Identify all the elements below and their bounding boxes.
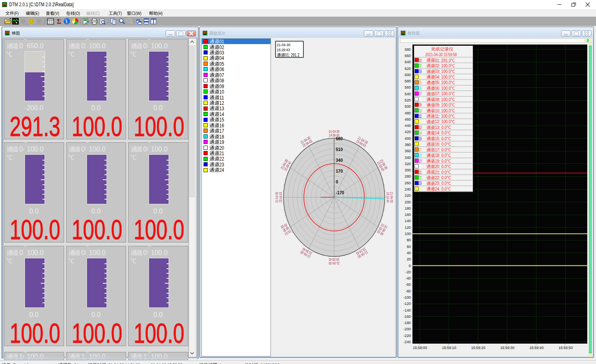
svg-text:09: 09 [419, 103, 422, 107]
svg-text:14: 14 [419, 131, 422, 135]
svg-text:500: 500 [405, 104, 411, 109]
svg-text:220: 220 [405, 193, 411, 198]
svg-text:0: 0 [409, 264, 411, 268]
svg-text:01: 01 [419, 58, 422, 63]
svg-text:15:59:30: 15:59:30 [500, 346, 514, 350]
svg-text:140: 140 [405, 219, 411, 223]
svg-text:620: 620 [405, 67, 411, 71]
svg-text:2021-04-30 15:59:58: 2021-04-30 15:59:58 [425, 52, 457, 57]
svg-text:-180: -180 [403, 321, 411, 325]
svg-text:120: 120 [405, 225, 411, 230]
svg-text:20: 0.0: 20: 0.0 [435, 164, 447, 169]
svg-text:15:59:40: 15:59:40 [529, 346, 544, 350]
svg-text:80: 80 [407, 238, 411, 242]
svg-text:300: 300 [405, 168, 411, 172]
svg-text:22: 22 [419, 176, 422, 180]
svg-text:360: 360 [405, 149, 411, 153]
svg-text:480: 480 [405, 111, 411, 115]
svg-text:21: 0.0: 21: 0.0 [435, 170, 447, 175]
svg-text:03: 03 [419, 69, 422, 74]
svg-text:600: 600 [405, 73, 411, 77]
svg-text:-120: -120 [403, 302, 411, 306]
svg-text:23: 0.0: 23: 0.0 [435, 181, 447, 186]
svg-text:17: 0.0: 17: 0.0 [435, 148, 447, 152]
svg-text:280: 280 [405, 174, 411, 178]
svg-text:15:59:50: 15:59:50 [559, 346, 573, 350]
svg-text:04: 04 [419, 75, 422, 79]
svg-text:-220: -220 [403, 334, 411, 338]
svg-text:440: 440 [405, 124, 411, 128]
svg-text:-40: -40 [405, 276, 411, 280]
svg-text:15:59:00: 15:59:00 [413, 346, 427, 350]
svg-text:06: 06 [419, 86, 422, 91]
svg-text:15: 15 [419, 136, 422, 141]
svg-text:-200: -200 [403, 327, 411, 331]
svg-text:10: 10 [419, 109, 422, 113]
svg-text:05: 05 [419, 80, 422, 85]
svg-text:240: 240 [405, 187, 411, 191]
svg-text:19: 0.0: 19: 0.0 [435, 159, 447, 163]
svg-text:11: 100.0: 11: 100.0 [435, 114, 451, 119]
svg-text:13: 0.0: 13: 0.0 [435, 125, 447, 130]
svg-text:24: 0.0: 24: 0.0 [435, 187, 447, 191]
svg-text:340: 340 [405, 156, 411, 160]
svg-text:15:59:20: 15:59:20 [471, 346, 485, 350]
svg-text:16: 0.0: 16: 0.0 [435, 142, 447, 146]
svg-text:180: 180 [405, 206, 411, 210]
svg-text:460: 460 [405, 117, 411, 121]
svg-text:23: 23 [419, 181, 422, 186]
svg-text:640: 640 [405, 60, 411, 64]
svg-text:04: 100.0: 04: 100.0 [435, 75, 451, 79]
svg-text:100: 100 [405, 232, 411, 236]
svg-text:-80: -80 [405, 289, 411, 293]
svg-text:520: 520 [405, 98, 411, 102]
svg-text:18: 18 [419, 153, 422, 158]
svg-text:400: 400 [405, 136, 411, 141]
svg-text:16: 16 [419, 142, 422, 146]
svg-text:420: 420 [405, 130, 411, 134]
svg-text:07: 07 [419, 92, 422, 96]
svg-text:11: 11 [419, 114, 422, 119]
svg-text:-140: -140 [403, 308, 411, 312]
svg-text:15: 0.0: 15: 0.0 [435, 136, 447, 141]
svg-text:17: 17 [419, 148, 422, 152]
svg-text:10: 100.0: 10: 100.0 [435, 109, 451, 113]
svg-text:18: 0.0: 18: 0.0 [435, 153, 447, 158]
svg-text:20: 20 [407, 257, 411, 261]
svg-text:560: 560 [405, 85, 411, 89]
svg-text:660: 660 [405, 54, 411, 58]
svg-text:160: 160 [405, 213, 411, 217]
svg-text:40: 40 [407, 251, 411, 255]
svg-text:15:59:10: 15:59:10 [442, 346, 456, 350]
svg-text:01: 291.3: 01: 291.3 [435, 58, 451, 63]
svg-text:260: 260 [405, 181, 411, 185]
svg-text:380: 380 [405, 143, 411, 147]
svg-text:24: 24 [419, 187, 422, 191]
svg-text:06: 100.0: 06: 100.0 [435, 86, 451, 91]
svg-text:07: 100.0: 07: 100.0 [435, 92, 451, 96]
svg-text:02: 100.0: 02: 100.0 [435, 64, 451, 68]
svg-text:-20: -20 [405, 270, 411, 274]
svg-text:08: 08 [419, 97, 422, 102]
svg-text:540: 540 [405, 92, 411, 96]
svg-text:580: 580 [405, 79, 411, 83]
svg-text:-100: -100 [403, 295, 411, 300]
svg-text:09: 100.0: 09: 100.0 [435, 103, 451, 107]
svg-text:12: 12 [419, 119, 422, 124]
svg-text:680: 680 [405, 47, 411, 52]
svg-text:08: 100.0: 08: 100.0 [435, 97, 451, 102]
svg-text:-160: -160 [403, 314, 411, 319]
svg-text:02: 02 [419, 64, 422, 68]
svg-text:20: 20 [419, 164, 422, 169]
svg-text:19: 19 [419, 159, 422, 163]
svg-text:03: 100.0: 03: 100.0 [435, 69, 451, 74]
svg-text:200: 200 [405, 200, 411, 204]
svg-text:60: 60 [407, 245, 411, 249]
svg-text:-60: -60 [405, 282, 411, 287]
svg-text:13: 13 [419, 125, 422, 130]
svg-text:14: 0.0: 14: 0.0 [435, 131, 447, 135]
svg-text:21: 21 [419, 170, 422, 175]
svg-text:320: 320 [405, 162, 411, 166]
svg-text:12: 100.0: 12: 100.0 [435, 119, 451, 124]
svg-text:22: 0.0: 22: 0.0 [435, 176, 447, 180]
